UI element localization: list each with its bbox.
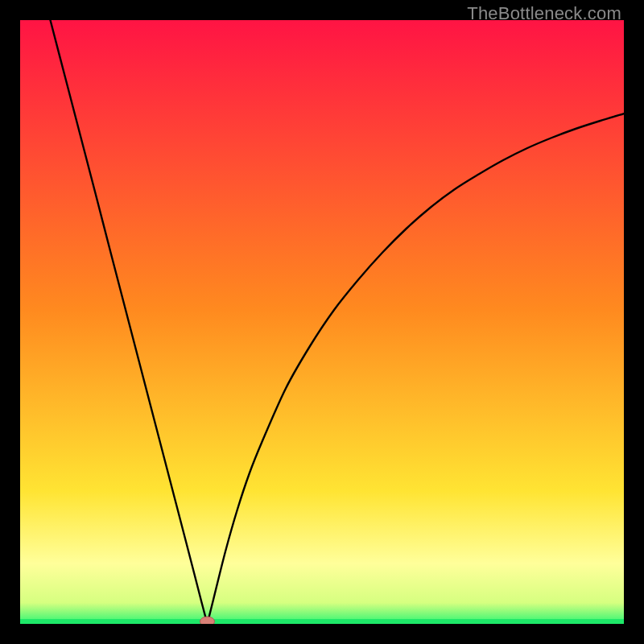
curve-left-branch — [51, 20, 208, 624]
curve-right-branch — [208, 114, 625, 624]
minimum-marker — [200, 617, 215, 624]
watermark-text: TheBottleneck.com — [467, 3, 621, 24]
bottleneck-curve — [20, 20, 624, 624]
plot-area — [20, 20, 624, 624]
chart-frame: TheBottleneck.com — [0, 0, 644, 644]
